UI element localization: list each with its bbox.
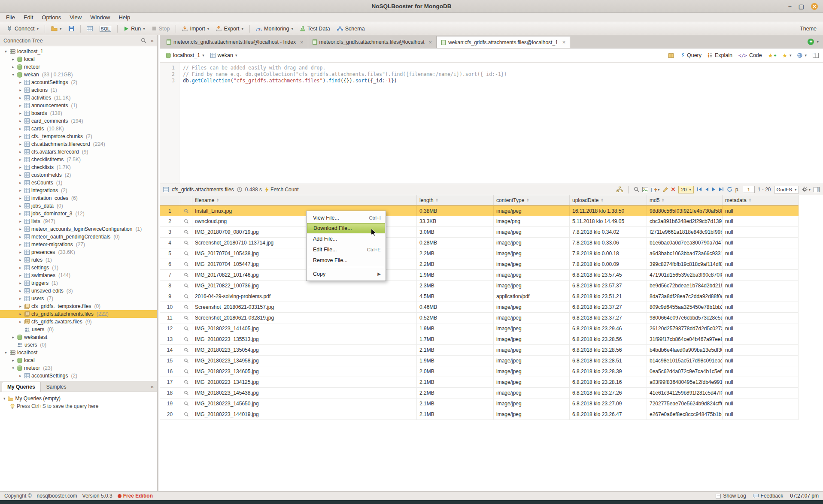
expander-icon[interactable]: ▸ [11, 65, 15, 69]
table-row[interactable]: 10Screenshot_20180621-033157.jpg0.46MBim… [160, 302, 799, 313]
share-button[interactable]: ▾ [797, 53, 807, 58]
explain-button[interactable]: Explain [708, 52, 732, 58]
table-row[interactable]: 20IMG_20180223_144019.jpg2.1MBimage/jpeg… [160, 409, 799, 420]
sort-icon[interactable]: ▲▼ [436, 198, 438, 202]
tree-item-esCounts[interactable]: ▸esCounts(1) [0, 179, 157, 187]
import-button[interactable]: Import▾ [179, 24, 212, 33]
tree-item-cfs_gridfs.avatars.files[interactable]: ▸cfs_gridfs.avatars.files(9) [0, 318, 157, 326]
expand-panel-icon[interactable]: » [151, 383, 154, 390]
expander-icon[interactable]: ▸ [18, 96, 23, 100]
preview-file-icon[interactable] [184, 369, 189, 374]
header-length[interactable]: length▲▼ [417, 195, 494, 205]
tree-item-localhost[interactable]: ▾localhost [0, 349, 157, 356]
tree-item-local[interactable]: ▸local [0, 356, 157, 364]
tree-item-unsaved-edits[interactable]: ▸unsaved-edits(3) [0, 287, 157, 295]
tab-close-icon[interactable]: × [300, 39, 304, 45]
tree-item-cfs._tempstore.chunks[interactable]: ▸cfs._tempstore.chunks(2) [0, 133, 157, 140]
sort-icon[interactable]: ▲▼ [662, 198, 664, 202]
schema-button[interactable]: Schema [334, 24, 368, 33]
tree-item-meteor_oauth_pendingCredentials[interactable]: ▸meteor_oauth_pendingCredentials(0) [0, 233, 157, 241]
preview-file-icon[interactable] [184, 326, 189, 331]
expander-icon[interactable]: ▸ [18, 242, 23, 247]
first-page-icon[interactable] [697, 187, 702, 192]
tree-item-boards[interactable]: ▸boards(138) [0, 109, 157, 117]
expander-icon[interactable]: ▸ [18, 127, 23, 131]
expander-icon[interactable]: ▸ [18, 304, 23, 308]
tree-item-settings[interactable]: ▸settings(1) [0, 264, 157, 272]
tree-item-meteor-migrations[interactable]: ▸meteor-migrations(27) [0, 241, 157, 248]
expander-icon[interactable]: ▾ [3, 350, 8, 355]
view-mode-select[interactable]: GridFS ▾ [774, 186, 799, 193]
tree-item-integrations[interactable]: ▸integrations(2) [0, 187, 157, 194]
page-size-select[interactable]: 20 ▾ [678, 186, 693, 193]
refresh-icon[interactable] [727, 187, 732, 192]
expander-icon[interactable]: ▾ [11, 366, 15, 370]
edit-document-icon[interactable] [663, 187, 668, 192]
table-row[interactable]: 5IMG_20170704_105438.jpg2.2MBimage/jpeg7… [160, 248, 799, 259]
expander-icon[interactable]: ▸ [18, 165, 23, 169]
expander-icon[interactable]: ▸ [18, 250, 23, 254]
editor-tab[interactable]: meteor:cfs_gridfs.attachments.files@loca… [308, 36, 437, 48]
my-queries-root[interactable]: ▾ My Queries (empty) [3, 395, 154, 402]
expander-icon[interactable]: ▸ [18, 211, 23, 216]
tree-item-checklists[interactable]: ▸checklists(1.7K) [0, 163, 157, 171]
table-row[interactable]: 8IMG_20170822_100736.jpg2.3MBimage/jpeg6… [160, 281, 799, 291]
stop-button[interactable]: Stop [149, 24, 173, 33]
expander-icon[interactable]: ▸ [18, 119, 23, 123]
page-number-input[interactable] [743, 186, 755, 193]
layout-icon[interactable] [813, 53, 819, 58]
next-page-icon[interactable] [712, 187, 716, 192]
expander-icon[interactable]: ▸ [18, 103, 23, 108]
expander-icon[interactable]: ▸ [18, 134, 23, 139]
settings-button[interactable]: ▾ [802, 187, 811, 192]
expander-icon[interactable]: ▸ [18, 258, 23, 262]
tree-item-lists[interactable]: ▸lists(947) [0, 217, 157, 225]
table-row[interactable]: 17IMG_20180223_134125.jpg2.1MBimage/jpeg… [160, 377, 799, 388]
expander-icon[interactable]: ▸ [18, 173, 23, 177]
site-link[interactable]: nosqlbooster.com [37, 493, 77, 499]
table-row[interactable]: 3IMG_20180709_080719.jpg3.0MBimage/jpeg7… [160, 227, 799, 238]
expander-icon[interactable]: ▸ [18, 204, 23, 208]
expander-icon[interactable]: ▸ [11, 358, 15, 362]
tree-item-announcements[interactable]: ▸announcements(1) [0, 102, 157, 109]
run-button[interactable]: Run▾ [121, 24, 148, 33]
snippets-icon[interactable] [668, 53, 674, 58]
editor-tab[interactable]: meteor:cfs_gridfs.attachments.files@loca… [162, 36, 308, 48]
expander-icon[interactable]: ▸ [18, 273, 23, 278]
preview-file-icon[interactable] [184, 412, 189, 417]
table-row[interactable]: 14IMG_20180223_135054.jpg2.1MBimage/jpeg… [160, 345, 799, 356]
tree-item-swimlanes[interactable]: ▸swimlanes(144) [0, 272, 157, 279]
preview-file-icon[interactable] [184, 358, 189, 363]
header-filename[interactable]: filename▲▼ [192, 195, 417, 205]
tree-item-users[interactable]: users(0) [0, 326, 157, 333]
tree-item-wekantest[interactable]: ▸wekantest [0, 333, 157, 341]
tree-item-cfs_gridfs._tempstore.files[interactable]: ▸cfs_gridfs._tempstore.files(0) [0, 302, 157, 310]
preview-file-icon[interactable] [184, 262, 189, 267]
preview-file-icon[interactable] [184, 219, 189, 224]
query-editor[interactable]: 123 // Files can be added easily with dr… [160, 63, 823, 184]
table-row[interactable]: 13IMG_20180223_135513.jpg1.7MBimage/jpeg… [160, 334, 799, 345]
delete-document-icon[interactable]: ✕ [671, 186, 676, 193]
expander-icon[interactable]: ▸ [18, 312, 23, 316]
sort-icon[interactable]: ▲▼ [749, 198, 751, 202]
add-favorite-button[interactable]: ★+ [768, 52, 777, 59]
tree-item-jobs_dominator_3[interactable]: ▸jobs_dominator_3(12) [0, 210, 157, 217]
tree-item-users[interactable]: users(0) [0, 341, 157, 349]
expander-icon[interactable]: ▸ [18, 150, 23, 154]
tree-item-cards[interactable]: ▸cards(10.8K) [0, 125, 157, 133]
tree-item-localhost_1[interactable]: ▾localhost_1 [0, 48, 157, 55]
table-row[interactable]: 6IMG_20170704_105447.jpg2.2MBimage/jpeg7… [160, 259, 799, 270]
expander-icon[interactable]: ▸ [11, 57, 15, 61]
close-icon[interactable]: ✕ [811, 3, 818, 10]
expander-icon[interactable]: ▸ [18, 88, 23, 92]
expander-icon[interactable]: ▸ [18, 235, 23, 239]
tree-item-meteor[interactable]: ▾meteor(23) [0, 364, 157, 372]
tab-my-queries[interactable]: My Queries [2, 382, 41, 392]
tree-item-triggers[interactable]: ▸triggers(1) [0, 279, 157, 287]
expander-icon[interactable]: ▸ [18, 142, 23, 146]
expander-icon[interactable]: ▾ [3, 49, 8, 54]
header-uploadDate[interactable]: uploadDate▲▼ [570, 195, 647, 205]
tree-item-card_comments[interactable]: ▸card_comments(194) [0, 117, 157, 125]
tree-item-presences[interactable]: ▸presences(33.6K) [0, 248, 157, 256]
preview-file-icon[interactable] [184, 272, 189, 278]
